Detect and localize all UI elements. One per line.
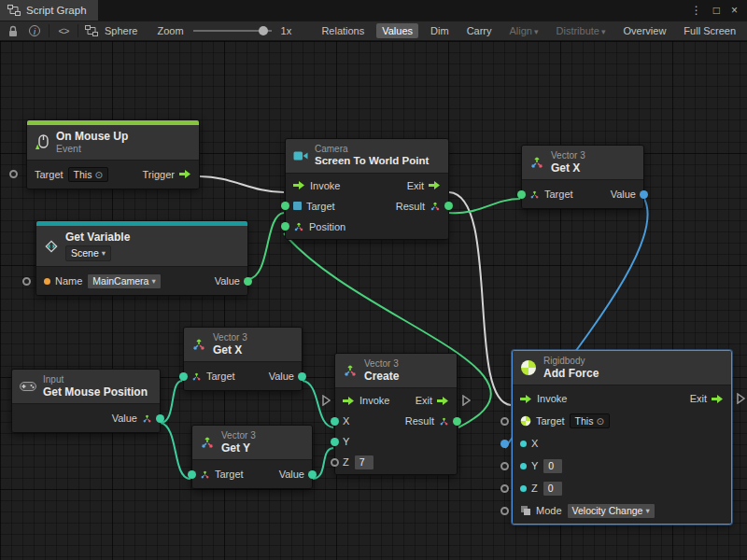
node-row: Target This ⊙ Trigger [27,162,199,187]
tab-script-graph[interactable]: Script Graph [0,0,98,21]
align-button[interactable]: Align▾ [504,23,544,38]
flow-arrow-icon[interactable] [429,180,441,190]
code-view-icon[interactable]: <> [56,25,71,36]
port-y-in[interactable] [331,438,339,446]
dim-button[interactable]: Dim [425,23,455,38]
port-y-in[interactable] [500,462,509,470]
fullscreen-button[interactable]: Full Screen [678,23,741,38]
target-self-chip[interactable]: This ⊙ [68,167,109,182]
distribute-button[interactable]: Distribute▾ [551,23,612,38]
node-get-x-top[interactable]: Vector 3 Get X Target Value [521,145,644,209]
float-type-icon [520,485,527,492]
target-label: Target [306,201,335,212]
vector3-type-icon [439,416,449,427]
flow-arrow-icon[interactable] [712,394,724,404]
carry-button[interactable]: Carry [461,23,498,38]
node-category: Rigidbody [543,356,599,367]
node-on-mouse-up[interactable]: On Mouse Up Event Target This ⊙ Trigger [26,119,200,189]
result-label: Result [405,415,434,427]
port-result-out[interactable] [453,417,461,426]
graph-name-label: Sphere [105,25,137,36]
node-category: Vector 3 [221,430,256,441]
info-icon[interactable]: i [27,25,42,36]
x-label: X [343,415,349,427]
node-row: Invoke Exit [513,387,731,410]
tab-bar-spacer [98,0,682,21]
flow-arrow-icon[interactable] [520,394,532,404]
node-get-variable[interactable]: Get Variable Scene ▾ Name MainCamera ▾ V… [35,220,248,296]
y-label: Y [531,460,538,471]
graph-toolbar: i <> Sphere Zoom 1x Relations Values Dim… [0,21,747,41]
port-z-in[interactable] [500,484,509,493]
window-close-icon[interactable]: × [731,4,738,17]
port-position-in[interactable] [281,222,289,231]
node-get-x[interactable]: Vector 3 Get X Target Value [183,327,303,391]
port-value-out[interactable] [308,470,317,479]
node-get-y[interactable]: Vector 3 Get Y Target Value [191,425,313,489]
port-target-in[interactable] [281,202,289,210]
port-z-in[interactable] [331,458,339,467]
overview-button[interactable]: Overview [618,23,672,38]
y-value-field[interactable]: 0 [543,458,563,474]
node-screen-to-world-point[interactable]: Camera Screen To World Point Invoke Exit… [285,138,449,240]
gamepad-input-icon [20,381,36,392]
vector3-icon [200,435,215,450]
node-get-mouse-position[interactable]: Input Get Mouse Position Value [11,369,161,433]
port-value-out[interactable] [640,190,648,199]
target-self-chip[interactable]: This ⊙ [570,413,611,428]
vector3-icon [343,363,358,378]
node-row: Invoke Exit [286,175,448,196]
port-exit-out[interactable] [461,395,471,408]
chevron-down-icon: ▾ [102,246,106,260]
values-button[interactable]: Values [376,23,418,38]
node-header: Rigidbody Add Force [513,351,731,385]
z-value-field[interactable]: 7 [354,455,374,470]
node-title: Create [364,370,399,383]
port-value-out[interactable] [244,277,252,286]
window-menu-icon[interactable]: ⋮ [691,4,702,17]
name-label: Name [55,275,82,287]
node-row: Name MainCamera ▾ Value [36,269,247,293]
port-invoke-in[interactable] [321,395,331,408]
zoom-slider-handle[interactable] [259,26,268,35]
port-target-in[interactable] [179,372,188,381]
mode-dropdown[interactable]: Velocity Change ▾ [567,503,655,519]
vector3-type-icon [430,201,441,212]
port-x-in[interactable] [331,417,339,426]
z-label: Z [531,483,538,494]
port-target-in[interactable] [500,417,509,426]
variable-name-dropdown[interactable]: MainCamera ▾ [87,273,161,289]
graph-asset-icon [85,25,98,36]
exit-label: Exit [416,395,432,406]
zoom-slider[interactable] [193,30,272,32]
port-x-in[interactable] [500,440,509,448]
node-row: Z 0 [513,477,731,499]
port-exit-out[interactable] [736,393,745,406]
node-row: Z 7 [335,452,457,472]
node-add-force[interactable]: Rigidbody Add Force Invoke Exit Target [512,350,732,525]
value-label: Value [112,413,137,424]
port-variable-in[interactable] [22,277,31,286]
variable-scope-dropdown[interactable]: Scene ▾ [65,245,111,261]
flow-arrow-icon[interactable] [343,396,355,406]
node-title: Get Mouse Position [43,385,148,399]
port-value-out[interactable] [156,414,164,423]
port-value-out[interactable] [298,372,306,381]
port-target-in[interactable] [188,470,196,479]
node-category: Camera [315,144,429,155]
flow-arrow-icon[interactable] [179,169,191,179]
chevron-down-icon: ▾ [534,27,539,36]
flow-arrow-icon[interactable] [293,180,305,190]
lock-icon[interactable] [6,25,21,37]
relations-button[interactable]: Relations [316,23,370,38]
object-picker-icon: ⊙ [596,415,604,427]
node-create-vector[interactable]: Vector 3 Create Invoke Exit X Result [334,353,458,475]
script-graph-icon [7,5,21,16]
z-value-field[interactable]: 0 [543,481,563,497]
node-category: Input [43,374,148,385]
port-target-in[interactable] [517,190,526,199]
port-mode-in[interactable] [500,507,509,515]
window-maximize-icon[interactable]: □ [713,4,720,17]
invoke-label: Invoke [537,393,567,404]
flow-arrow-icon[interactable] [437,396,449,406]
